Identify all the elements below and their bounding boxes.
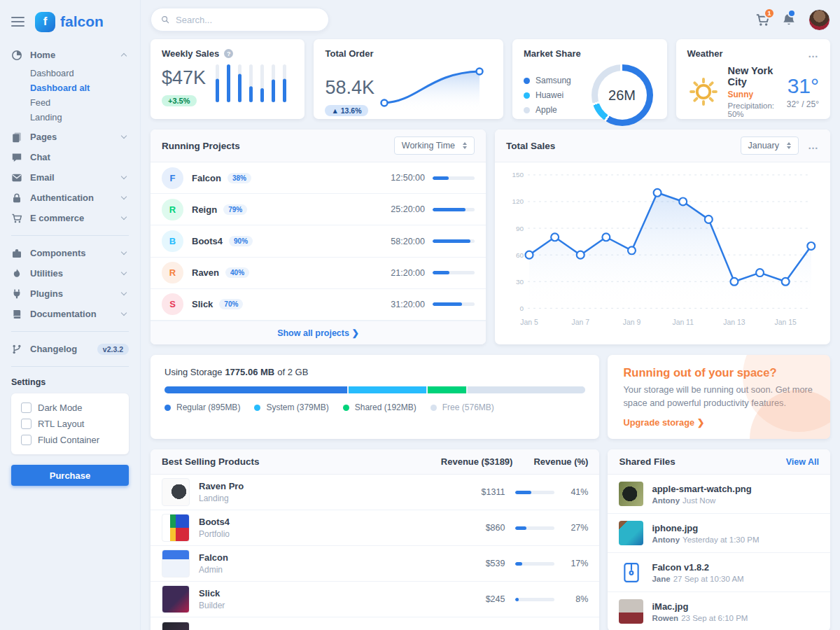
notifications-button[interactable] <box>782 13 797 27</box>
file-meta: AntonyYesterday at 1:30 PM <box>652 536 759 544</box>
file-meta: AntonyJust Now <box>652 496 751 505</box>
product-percent: 27% <box>565 523 588 533</box>
hamburger-menu-icon[interactable] <box>11 17 24 27</box>
legend-dot <box>524 78 530 84</box>
weekly-sales-badge: +3.5% <box>162 95 197 106</box>
sidebar-item-components[interactable]: Components <box>11 243 129 263</box>
search-box[interactable] <box>150 8 329 31</box>
product-name-link[interactable]: Slick <box>199 588 461 598</box>
project-name-link[interactable]: Falcon <box>192 173 221 183</box>
storage-legend-label: System (379MB) <box>266 402 328 412</box>
best-selling-products-card: Best Selling Products Revenue ($3189) Re… <box>150 449 599 630</box>
file-name-link[interactable]: iphone.jpg <box>652 523 759 533</box>
file-name-link[interactable]: iMac.jpg <box>652 601 748 612</box>
question-icon[interactable]: ? <box>224 49 233 58</box>
revenue-header: Revenue ($3189) <box>407 456 512 467</box>
sidebar-item-label: Utilities <box>30 268 122 279</box>
project-row-right: 58:20:00 <box>391 237 475 246</box>
brand-logo[interactable]: f falcon <box>35 12 104 32</box>
storage-legend-label: Free (576MB) <box>442 402 494 412</box>
checkbox-rtl-layout[interactable] <box>21 419 31 429</box>
search-input[interactable] <box>176 15 318 25</box>
sidebar-item-authentication[interactable]: Authentication <box>11 188 129 208</box>
setting-option-fluid-container[interactable]: Fluid Container <box>21 435 119 445</box>
sidebar-item-dashboard-alt[interactable]: Dashboard alt <box>30 80 129 95</box>
project-name-link[interactable]: Raven <box>192 267 219 278</box>
settings-card: Dark ModeRTL LayoutFluid Container <box>11 393 129 454</box>
checkbox-fluid-container[interactable] <box>21 435 31 445</box>
project-name-link[interactable]: Slick <box>192 299 213 309</box>
project-progress-bar <box>433 239 475 243</box>
chevron-down-icon <box>121 174 127 179</box>
file-thumbnail <box>619 521 643 545</box>
sidebar-item-landing[interactable]: Landing <box>30 110 129 125</box>
file-thumbnail <box>619 482 643 506</box>
weather-temperature: 31° <box>787 74 819 98</box>
main-content: 1 Weekly Sales? $47K +3.5% <box>141 0 840 630</box>
month-select[interactable]: January <box>741 136 799 155</box>
project-time: 58:20:00 <box>391 237 425 246</box>
upgrade-space-body: Your storage will be running out soon. G… <box>623 384 815 410</box>
purchase-button[interactable]: Purchase <box>11 465 129 486</box>
product-percent: 41% <box>565 487 588 497</box>
upgrade-storage-link[interactable]: Upgrade storage ❯ <box>623 417 704 428</box>
storage-legend-item: Regular (895MB) <box>164 402 240 412</box>
total-sales-menu-icon[interactable]: … <box>808 143 819 148</box>
project-progress-bar <box>433 302 475 306</box>
project-percent-badge: 70% <box>219 299 243 309</box>
setting-option-dark-mode[interactable]: Dark Mode <box>21 402 119 413</box>
sidebar-item-utilities[interactable]: Utilities <box>11 263 129 284</box>
file-name-link[interactable]: Falcon v1.8.2 <box>652 562 743 573</box>
total-order-badge: ▲ 13.6% <box>325 105 368 116</box>
stats-row: Weekly Sales? $47K +3.5% Total Order 58.… <box>150 39 830 119</box>
storage-used: 1775.06 MB <box>225 367 274 377</box>
setting-option-rtl-layout[interactable]: RTL Layout <box>21 419 119 429</box>
project-name-link[interactable]: Boots4 <box>192 236 223 246</box>
chevron-up-icon <box>121 53 127 59</box>
product-name-link[interactable]: Boots4 <box>199 517 461 527</box>
product-name-link[interactable]: Falcon <box>199 552 461 563</box>
notification-dot <box>788 9 796 18</box>
product-revenue: $539 <box>461 559 505 568</box>
sidebar-item-label: Home <box>30 50 122 60</box>
sidebar-item-changelog[interactable]: Changelogv2.3.2 <box>11 339 129 359</box>
legend-item-samsung: Samsung <box>524 76 571 85</box>
user-avatar[interactable] <box>808 9 830 31</box>
sidebar-item-chat[interactable]: Chat <box>11 147 129 167</box>
product-name-link[interactable]: Raven Pro <box>199 481 461 491</box>
legend-item-huawei: Huawei <box>524 90 571 100</box>
sidebar-item-plugins[interactable]: Plugins <box>11 284 129 304</box>
view-all-link[interactable]: View All <box>786 457 819 467</box>
sidebar-item-e-commerce[interactable]: E commerce <box>11 208 129 228</box>
weather-menu-icon[interactable]: … <box>808 51 819 57</box>
project-row: FFalcon38%12:50:00 <box>150 162 486 194</box>
sidebar-item-email[interactable]: Email <box>11 167 129 188</box>
sidebar-subitem-label: Landing <box>30 112 129 122</box>
total-order-value: 58.4K <box>325 78 374 99</box>
list-item: Falcon v1.8.2Jane27 Sep at 10:30 AM <box>608 553 830 592</box>
cart-badge: 1 <box>764 8 775 19</box>
sidebar-item-pages[interactable]: Pages <box>11 127 129 147</box>
svg-text:0: 0 <box>520 304 524 312</box>
file-name-link[interactable]: apple-smart-watch.png <box>652 484 751 494</box>
sidebar-item-dashboard[interactable]: Dashboard <box>30 66 129 80</box>
working-time-select[interactable]: Working Time <box>394 136 475 155</box>
svg-text:90: 90 <box>516 225 524 232</box>
svg-text:30: 30 <box>516 278 524 286</box>
sidebar-item-home[interactable]: Home <box>11 45 129 65</box>
sidebar-item-feed[interactable]: Feed <box>30 95 129 110</box>
cart-button[interactable]: 1 <box>755 13 770 27</box>
project-name-link[interactable]: Reign <box>192 204 217 215</box>
setting-option-label: RTL Layout <box>38 419 85 429</box>
brand-name: falcon <box>60 13 104 30</box>
storage-legend-item: Shared (192MB) <box>343 402 416 412</box>
checkbox-dark-mode[interactable] <box>21 402 31 413</box>
file-time: 27 Sep at 10:30 AM <box>673 575 744 583</box>
show-all-projects-link[interactable]: Show all projects ❯ <box>150 321 486 344</box>
sidebar-item-documentation[interactable]: Documentation <box>11 304 129 324</box>
email-icon <box>11 172 22 183</box>
product-thumbnail <box>162 622 190 630</box>
chevron-down-icon <box>121 194 127 200</box>
total-order-card: Total Order 58.4K ▲ 13.6% <box>314 39 503 119</box>
total-order-title: Total Order <box>325 48 373 59</box>
